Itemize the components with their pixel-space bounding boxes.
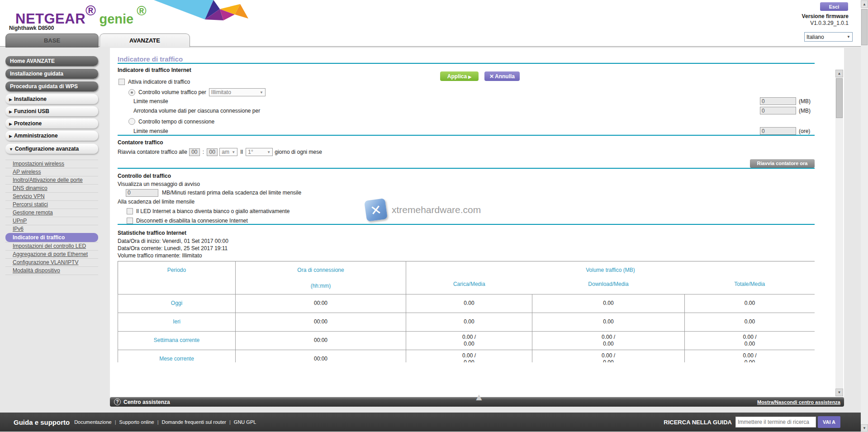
chevron-down-icon: ▼ xyxy=(847,35,850,39)
scroll-up-arrow-icon[interactable]: ▲ xyxy=(835,70,843,77)
stats-start-date: Data/Ora di inizio: Venerdì, 01 Set 2017… xyxy=(118,237,815,245)
footer-links: Documentazione| Supporto online| Domande… xyxy=(74,419,256,425)
tab-avanzate[interactable]: AVANZATE xyxy=(100,33,190,47)
guide-search: RICERCA NELLA GUIDA VAI A xyxy=(664,416,840,428)
monthly-limit-input[interactable] xyxy=(760,97,796,105)
led-blink-checkbox[interactable] xyxy=(127,208,133,214)
registered-mark: ® xyxy=(137,4,146,18)
monthly-limit-row: Limite mensile (MB) xyxy=(118,97,815,105)
volume-control-label: Controllo volume traffico per xyxy=(138,89,206,95)
traffic-control-heading: Controllo del traffico xyxy=(118,173,815,179)
page-scrollbar-thumb[interactable] xyxy=(861,9,868,45)
volume-limit-select[interactable]: Illimitato ▼ xyxy=(209,88,266,96)
footer-bar: Guida e supporto Documentazione| Support… xyxy=(0,413,861,432)
sidebar-link[interactable]: Gestione remota xyxy=(5,209,98,217)
guide-search-label: RICERCA NELLA GUIDA xyxy=(664,419,732,426)
monthly-limit-unit: (MB) xyxy=(799,98,815,104)
monthly-limit-label: Limite mensile xyxy=(133,98,168,104)
footer-link-faq-router[interactable]: Domande frequenti sul router xyxy=(162,419,226,425)
sidebar-expander-installazione[interactable]: ▶Installazione xyxy=(5,94,98,104)
page-title: Indicatore di traffico xyxy=(118,55,815,63)
chevron-up-icon[interactable]: ▲ xyxy=(474,393,484,402)
scroll-down-arrow-icon[interactable]: ▼ xyxy=(861,424,868,432)
netgear-genie-logo: NETGEAR®genie® xyxy=(15,3,147,27)
time-control-label: Controllo tempo di connessione xyxy=(138,119,214,125)
tab-base[interactable]: BASE xyxy=(5,33,99,47)
internet-stats-heading: Statistiche traffico Internet xyxy=(118,230,815,236)
ampm-select[interactable]: am ▼ xyxy=(219,148,237,156)
disconnect-checkbox[interactable] xyxy=(127,218,133,224)
device-model: Nighthawk D8500 xyxy=(9,25,54,31)
restart-now-row: Riavvia contatore ora xyxy=(118,159,815,168)
help-center-bar[interactable]: ? Centro assistenza ▲ Mostra/Nascondi ce… xyxy=(110,397,844,407)
sidebar-sublinks: Impostazioni wirelessAP wirelessInoltro/… xyxy=(5,160,98,275)
cancel-button[interactable]: ✕Annulla xyxy=(484,71,520,81)
sidebar-item-home-avanzate[interactable]: Home AVANZATE xyxy=(5,56,98,66)
sidebar-link[interactable]: Modalità dispositivo xyxy=(5,266,98,275)
sidebar-link[interactable]: Indicatore di traffico xyxy=(5,233,98,242)
traffic-counter-heading: Contatore traffico xyxy=(118,139,815,146)
chevron-right-icon: ▶ xyxy=(9,119,12,129)
logout-button[interactable]: Esci xyxy=(820,2,848,11)
apply-button[interactable]: Applica▶ xyxy=(440,71,479,81)
sidebar-link[interactable]: Configurazione VLAN/IPTV xyxy=(5,258,98,266)
led-blink-label: Il LED Internet a bianco diventa bianco … xyxy=(136,208,290,214)
time-limit-input[interactable] xyxy=(760,127,796,135)
restart-minute-input[interactable] xyxy=(207,148,218,156)
sidebar-item-installazione-guidata[interactable]: Installazione guidata xyxy=(5,69,98,79)
time-colon: : xyxy=(203,149,204,155)
chevron-right-icon: ▶ xyxy=(9,131,12,141)
content-scrollbar-thumb[interactable] xyxy=(836,78,843,118)
scroll-down-arrow-icon[interactable]: ▼ xyxy=(835,389,843,396)
disconnect-label: Disconnetti e disabilita la connessione … xyxy=(136,218,248,224)
sidebar-link[interactable]: Percorsi statici xyxy=(5,200,98,209)
time-limit-row: Limite mensile (ore) xyxy=(118,127,815,135)
footer-link-gnu-gpl[interactable]: GNU GPL xyxy=(234,419,256,425)
router-admin-page: NETGEAR®genie® Nighthawk D8500 Esci Vers… xyxy=(0,0,868,432)
round-volume-row: Arrotonda volume dati per ciascuna conne… xyxy=(118,107,815,114)
language-select[interactable]: Italiano ▼ xyxy=(804,32,853,42)
guide-search-input[interactable] xyxy=(735,417,816,427)
sidebar-link[interactable]: DNS dinamico xyxy=(5,184,98,192)
table-row: Settimana corrente00:000.00 /0.000.00 /0… xyxy=(118,331,815,350)
content-scrollbar: ▲ ▼ xyxy=(835,70,843,396)
sidebar-link[interactable]: AP wireless xyxy=(5,168,98,176)
sidebar-link[interactable]: Inoltro/Attivazione delle porte xyxy=(5,176,98,184)
action-buttons: Applica▶ ✕Annulla xyxy=(440,71,520,81)
sidebar-expander-funzioni-usb[interactable]: ▶Funzioni USB xyxy=(5,106,98,116)
enable-traffic-meter-checkbox[interactable] xyxy=(119,79,125,85)
traffic-stats-table-container: Periodo Ora di connessione (hh:mm) Volum… xyxy=(118,261,815,362)
sidebar-link[interactable]: Impostazioni wireless xyxy=(5,160,98,168)
footer-title: Guida e supporto xyxy=(14,418,70,426)
guide-search-go-button[interactable]: VAI A xyxy=(818,416,840,428)
chevron-down-icon: ▼ xyxy=(258,90,263,95)
sidebar-expander-amministrazione[interactable]: ▶Amministrazione xyxy=(5,131,98,141)
scroll-up-arrow-icon[interactable]: ▲ xyxy=(861,0,868,8)
sidebar-link[interactable]: IPv6 xyxy=(5,225,98,233)
sidebar-link[interactable]: Servizio VPN xyxy=(5,192,98,200)
sidebar-link[interactable]: UPnP xyxy=(5,217,98,225)
sidebar-nav: Home AVANZATE Installazione guidata Proc… xyxy=(5,56,98,275)
volume-control-radio[interactable] xyxy=(128,89,135,96)
sidebar-link[interactable]: Impostazioni del controllo LED xyxy=(5,242,98,250)
footer-link-supporto-online[interactable]: Supporto online xyxy=(119,419,154,425)
help-center-toggle-link[interactable]: Mostra/Nascondi centro assistenza xyxy=(757,399,840,405)
enable-traffic-meter-label: Attiva indicatore di traffico xyxy=(128,79,190,85)
restart-counter-now-button[interactable]: Riavvia contatore ora xyxy=(750,159,815,168)
restart-counter-suffix: giorno di ogni mese xyxy=(275,149,322,155)
sidebar-expander-protezione[interactable]: ▶Protezione xyxy=(5,119,98,128)
warning-threshold-input[interactable] xyxy=(126,189,158,197)
day-select[interactable]: 1° ▼ xyxy=(246,148,273,156)
sidebar-item-procedura-wps[interactable]: Procedura guidata di WPS xyxy=(5,81,98,91)
footer-link-documentazione[interactable]: Documentazione xyxy=(74,419,112,425)
time-control-radio[interactable] xyxy=(128,118,135,125)
col-header-volume: Volume traffico (MB) xyxy=(406,261,815,278)
registered-mark: ® xyxy=(85,3,96,19)
sidebar-link[interactable]: Aggregazione di porte Ethernet xyxy=(5,250,98,258)
volume-control-row: Controllo volume traffico per Illimitato… xyxy=(128,88,815,96)
sidebar-expander-configurazione-avanzata[interactable]: ▼Configurazione avanzata xyxy=(5,144,98,154)
restart-hour-input[interactable] xyxy=(189,148,200,156)
led-blink-row: Il LED Internet a bianco diventa bianco … xyxy=(127,208,815,214)
page-scrollbar: ▲ ▼ xyxy=(861,0,868,432)
round-volume-input[interactable] xyxy=(760,107,796,114)
